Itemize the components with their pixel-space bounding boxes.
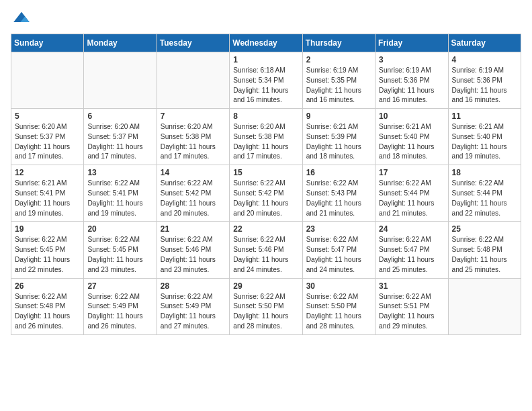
- sunrise-text: Sunrise: 6:22 AM: [233, 293, 285, 300]
- day-info: Sunrise: 6:22 AMSunset: 5:42 PMDaylight:…: [161, 179, 226, 218]
- sunrise-text: Sunrise: 6:22 AM: [233, 236, 285, 243]
- daylight-text: Daylight: 11 hours and 21 minutes.: [379, 199, 434, 217]
- day-info: Sunrise: 6:22 AMSunset: 5:47 PMDaylight:…: [306, 235, 371, 275]
- calendar-day-cell: [11, 52, 84, 109]
- day-number: 17: [379, 168, 444, 177]
- day-info: Sunrise: 6:21 AMSunset: 5:41 PMDaylight:…: [15, 179, 80, 218]
- sunset-text: Sunset: 5:42 PM: [233, 189, 283, 197]
- day-info: Sunrise: 6:20 AMSunset: 5:38 PMDaylight:…: [161, 122, 226, 162]
- sunrise-text: Sunrise: 6:22 AM: [306, 236, 359, 243]
- day-number: 31: [379, 281, 444, 291]
- daylight-text: Daylight: 11 hours and 18 minutes.: [306, 143, 361, 161]
- sunset-text: Sunset: 5:36 PM: [452, 77, 502, 84]
- daylight-text: Daylight: 11 hours and 21 minutes.: [306, 199, 361, 217]
- day-number: 29: [233, 281, 298, 291]
- daylight-text: Daylight: 11 hours and 20 minutes.: [161, 199, 216, 217]
- sunrise-text: Sunrise: 6:22 AM: [87, 293, 140, 300]
- calendar-day-cell: 11Sunrise: 6:21 AMSunset: 5:40 PMDayligh…: [448, 109, 521, 165]
- calendar-day-cell: 28Sunrise: 6:22 AMSunset: 5:49 PMDayligh…: [157, 278, 229, 334]
- day-info: Sunrise: 6:22 AMSunset: 5:41 PMDaylight:…: [87, 179, 152, 218]
- sunrise-text: Sunrise: 6:21 AM: [379, 123, 431, 130]
- day-number: 25: [452, 224, 517, 234]
- calendar-day-cell: 24Sunrise: 6:22 AMSunset: 5:47 PMDayligh…: [375, 222, 448, 278]
- day-number: 18: [452, 168, 517, 177]
- sunrise-text: Sunrise: 6:19 AM: [379, 66, 431, 74]
- day-info: Sunrise: 6:21 AMSunset: 5:40 PMDaylight:…: [379, 122, 444, 162]
- calendar-day-cell: 22Sunrise: 6:22 AMSunset: 5:46 PMDayligh…: [230, 222, 302, 278]
- day-info: Sunrise: 6:22 AMSunset: 5:50 PMDaylight:…: [233, 292, 298, 332]
- sunrise-text: Sunrise: 6:22 AM: [161, 179, 213, 187]
- calendar-body: 1Sunrise: 6:18 AMSunset: 5:34 PMDaylight…: [11, 52, 521, 335]
- calendar-day-cell: [84, 52, 157, 109]
- calendar-day-cell: 12Sunrise: 6:21 AMSunset: 5:41 PMDayligh…: [11, 165, 84, 222]
- daylight-text: Daylight: 11 hours and 20 minutes.: [233, 199, 288, 217]
- daylight-text: Daylight: 11 hours and 16 minutes.: [306, 87, 361, 104]
- daylight-text: Daylight: 11 hours and 23 minutes.: [161, 256, 216, 273]
- calendar-day-cell: 6Sunrise: 6:20 AMSunset: 5:37 PMDaylight…: [84, 109, 157, 165]
- sunrise-text: Sunrise: 6:20 AM: [233, 123, 285, 130]
- sunset-text: Sunset: 5:50 PM: [306, 302, 357, 310]
- day-number: 28: [161, 281, 226, 291]
- sunset-text: Sunset: 5:38 PM: [161, 133, 211, 140]
- sunset-text: Sunset: 5:37 PM: [15, 133, 65, 140]
- calendar-header-row: SundayMondayTuesdayWednesdayThursdayFrid…: [11, 34, 521, 52]
- daylight-text: Daylight: 11 hours and 22 minutes.: [15, 256, 70, 273]
- sunrise-text: Sunrise: 6:20 AM: [15, 123, 67, 130]
- sunset-text: Sunset: 5:45 PM: [87, 246, 138, 253]
- calendar-week-row: 26Sunrise: 6:22 AMSunset: 5:48 PMDayligh…: [11, 278, 521, 334]
- sunrise-text: Sunrise: 6:19 AM: [452, 66, 504, 74]
- daylight-text: Daylight: 11 hours and 25 minutes.: [379, 256, 434, 273]
- calendar-day-cell: 30Sunrise: 6:22 AMSunset: 5:50 PMDayligh…: [302, 278, 375, 334]
- sunset-text: Sunset: 5:49 PM: [161, 302, 211, 310]
- day-info: Sunrise: 6:22 AMSunset: 5:51 PMDaylight:…: [379, 292, 444, 332]
- calendar-day-cell: 7Sunrise: 6:20 AMSunset: 5:38 PMDaylight…: [157, 109, 229, 165]
- calendar-day-cell: 8Sunrise: 6:20 AMSunset: 5:38 PMDaylight…: [230, 109, 302, 165]
- sunrise-text: Sunrise: 6:22 AM: [15, 236, 67, 243]
- day-info: Sunrise: 6:22 AMSunset: 5:46 PMDaylight:…: [233, 235, 298, 275]
- day-number: 26: [15, 281, 80, 291]
- calendar-day-cell: 4Sunrise: 6:19 AMSunset: 5:36 PMDaylight…: [448, 52, 521, 109]
- calendar-week-row: 19Sunrise: 6:22 AMSunset: 5:45 PMDayligh…: [11, 222, 521, 278]
- calendar-day-cell: 16Sunrise: 6:22 AMSunset: 5:43 PMDayligh…: [302, 165, 375, 222]
- day-number: 16: [306, 168, 371, 177]
- sunrise-text: Sunrise: 6:22 AM: [452, 236, 504, 243]
- calendar-day-header: Saturday: [448, 34, 521, 52]
- calendar-day-cell: 3Sunrise: 6:19 AMSunset: 5:36 PMDaylight…: [375, 52, 448, 109]
- daylight-text: Daylight: 11 hours and 16 minutes.: [452, 87, 507, 104]
- day-number: 7: [161, 111, 226, 121]
- calendar-day-header: Wednesday: [230, 34, 302, 52]
- logo: [11, 11, 31, 26]
- day-number: 10: [379, 111, 444, 121]
- day-info: Sunrise: 6:21 AMSunset: 5:40 PMDaylight:…: [452, 122, 517, 162]
- calendar-week-row: 12Sunrise: 6:21 AMSunset: 5:41 PMDayligh…: [11, 165, 521, 222]
- daylight-text: Daylight: 11 hours and 24 minutes.: [306, 256, 361, 273]
- calendar-day-cell: 15Sunrise: 6:22 AMSunset: 5:42 PMDayligh…: [230, 165, 302, 222]
- calendar-day-header: Friday: [375, 34, 448, 52]
- calendar-day-cell: 21Sunrise: 6:22 AMSunset: 5:46 PMDayligh…: [157, 222, 229, 278]
- daylight-text: Daylight: 11 hours and 17 minutes.: [233, 143, 288, 161]
- day-number: 30: [306, 281, 371, 291]
- calendar-day-cell: 5Sunrise: 6:20 AMSunset: 5:37 PMDaylight…: [11, 109, 84, 165]
- day-number: 8: [233, 111, 298, 121]
- sunrise-text: Sunrise: 6:21 AM: [15, 179, 67, 187]
- sunrise-text: Sunrise: 6:22 AM: [161, 293, 213, 300]
- daylight-text: Daylight: 11 hours and 17 minutes.: [161, 143, 216, 161]
- daylight-text: Daylight: 11 hours and 16 minutes.: [233, 87, 288, 104]
- calendar-day-cell: 1Sunrise: 6:18 AMSunset: 5:34 PMDaylight…: [230, 52, 302, 109]
- sunrise-text: Sunrise: 6:22 AM: [452, 179, 504, 187]
- day-info: Sunrise: 6:22 AMSunset: 5:47 PMDaylight:…: [379, 235, 444, 275]
- sunset-text: Sunset: 5:41 PM: [15, 189, 65, 197]
- daylight-text: Daylight: 11 hours and 19 minutes.: [15, 199, 70, 217]
- calendar-day-cell: 10Sunrise: 6:21 AMSunset: 5:40 PMDayligh…: [375, 109, 448, 165]
- day-info: Sunrise: 6:22 AMSunset: 5:44 PMDaylight:…: [379, 179, 444, 218]
- daylight-text: Daylight: 11 hours and 17 minutes.: [15, 143, 70, 161]
- calendar-day-cell: 29Sunrise: 6:22 AMSunset: 5:50 PMDayligh…: [230, 278, 302, 334]
- sunset-text: Sunset: 5:47 PM: [306, 246, 357, 253]
- sunset-text: Sunset: 5:46 PM: [233, 246, 283, 253]
- day-info: Sunrise: 6:19 AMSunset: 5:36 PMDaylight:…: [452, 66, 517, 105]
- calendar-day-cell: 31Sunrise: 6:22 AMSunset: 5:51 PMDayligh…: [375, 278, 448, 334]
- day-info: Sunrise: 6:22 AMSunset: 5:43 PMDaylight:…: [306, 179, 371, 218]
- calendar-day-cell: 26Sunrise: 6:22 AMSunset: 5:48 PMDayligh…: [11, 278, 84, 334]
- day-info: Sunrise: 6:19 AMSunset: 5:36 PMDaylight:…: [379, 66, 444, 105]
- calendar-day-header: Tuesday: [157, 34, 229, 52]
